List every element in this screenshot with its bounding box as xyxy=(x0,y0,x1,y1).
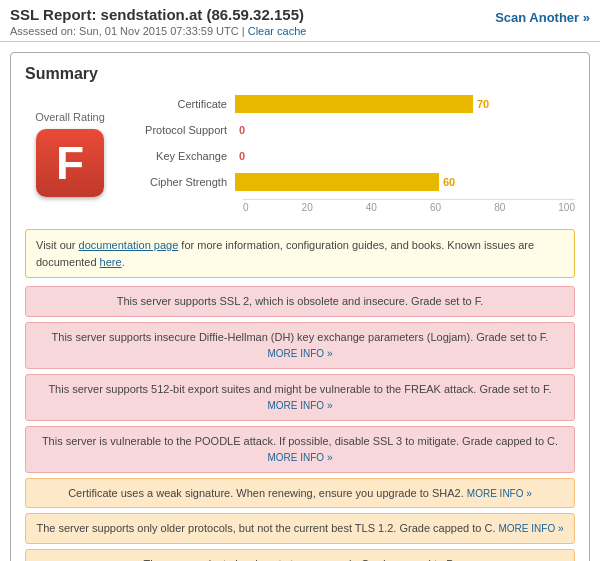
bar-fill xyxy=(235,173,439,191)
chart-label: Cipher Strength xyxy=(125,176,235,188)
chart-bar: 0 xyxy=(235,121,575,139)
chart-area: Certificate 70 Protocol Support 0 Key Ex… xyxy=(115,95,575,213)
doc-notice-text1: Visit our xyxy=(36,239,79,251)
axis-labels: 0 20 40 60 80 100 xyxy=(125,199,575,213)
alert-text: This server supports SSL 2, which is obs… xyxy=(117,295,483,307)
chart-bar: 70 xyxy=(235,95,575,113)
here-link[interactable]: here xyxy=(100,256,122,268)
chart-bar-container: 60 xyxy=(235,173,575,191)
chart-label: Certificate xyxy=(125,98,235,110)
alert-text: This server supports insecure Diffie-Hel… xyxy=(52,331,549,343)
alert-item: The server private key is not strong eno… xyxy=(25,549,575,562)
page-title: SSL Report: sendstation.at (86.59.32.155… xyxy=(10,6,306,23)
chart-bar-container: 0 xyxy=(235,147,575,165)
chart-label: Protocol Support xyxy=(125,124,235,136)
chart-row: Key Exchange 0 xyxy=(125,147,575,165)
alert-text: The server private key is not strong eno… xyxy=(143,558,456,562)
chart-row: Cipher Strength 60 xyxy=(125,173,575,191)
doc-notice-text3: . xyxy=(122,256,125,268)
rating-section: Overall Rating F Certificate 70 Protocol… xyxy=(25,95,575,213)
alert-item: This server is vulnerable to the POODLE … xyxy=(25,426,575,473)
chart-rows: Certificate 70 Protocol Support 0 Key Ex… xyxy=(125,95,575,191)
chart-label: Key Exchange xyxy=(125,150,235,162)
assessed-date: Sun, 01 Nov 2015 07:33:59 UTC xyxy=(79,25,239,37)
bar-value: 0 xyxy=(239,150,245,162)
more-info-link[interactable]: MORE INFO » xyxy=(267,452,332,463)
chart-bar: 0 xyxy=(235,147,575,165)
grade-badge: F xyxy=(36,129,104,197)
chart-row: Protocol Support 0 xyxy=(125,121,575,139)
more-info-link[interactable]: MORE INFO » xyxy=(267,348,332,359)
assessed-info: Assessed on: Sun, 01 Nov 2015 07:33:59 U… xyxy=(10,25,306,37)
bar-value: 60 xyxy=(443,176,455,188)
doc-notice: Visit our documentation page for more in… xyxy=(25,229,575,278)
chart-bar-container: 0 xyxy=(235,121,575,139)
overall-rating-container: Overall Rating F xyxy=(25,111,115,197)
alert-text: Certificate uses a weak signature. When … xyxy=(68,487,464,499)
chart-row: Certificate 70 xyxy=(125,95,575,113)
more-info-link[interactable]: MORE INFO » xyxy=(267,400,332,411)
alert-item: This server supports 512-bit export suit… xyxy=(25,374,575,421)
alert-item: This server supports insecure Diffie-Hel… xyxy=(25,322,575,369)
doc-link[interactable]: documentation page xyxy=(79,239,179,251)
chart-bar: 60 xyxy=(235,173,575,191)
alert-item: The server supports only older protocols… xyxy=(25,513,575,544)
bar-value: 0 xyxy=(239,124,245,136)
alert-text: This server is vulnerable to the POODLE … xyxy=(42,435,558,447)
assessed-label: Assessed on: xyxy=(10,25,76,37)
more-info-link[interactable]: MORE INFO » xyxy=(499,523,564,534)
alert-item: Certificate uses a weak signature. When … xyxy=(25,478,575,509)
scan-another-link[interactable]: Scan Another » xyxy=(495,10,590,25)
alert-text: This server supports 512-bit export suit… xyxy=(48,383,551,395)
more-info-link[interactable]: MORE INFO » xyxy=(467,488,532,499)
alert-item: This server supports SSL 2, which is obs… xyxy=(25,286,575,317)
alert-text: The server supports only older protocols… xyxy=(36,522,495,534)
overall-rating-label: Overall Rating xyxy=(35,111,105,123)
clear-cache-link[interactable]: Clear cache xyxy=(248,25,307,37)
alerts-container: This server supports SSL 2, which is obs… xyxy=(25,286,575,561)
bar-fill xyxy=(235,95,473,113)
summary-box: Summary Overall Rating F Certificate 70 … xyxy=(10,52,590,561)
bar-value: 70 xyxy=(477,98,489,110)
chart-bar-container: 70 xyxy=(235,95,575,113)
summary-title: Summary xyxy=(25,65,575,83)
